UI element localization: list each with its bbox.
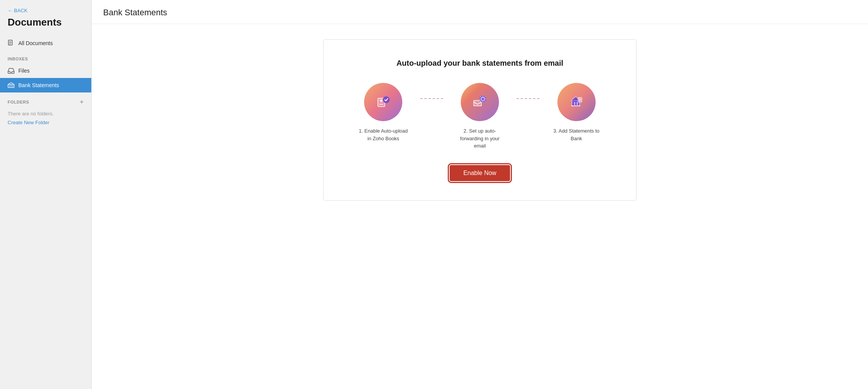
inbox-icon — [8, 67, 15, 74]
svg-rect-15 — [574, 102, 575, 105]
all-documents-label: All Documents — [18, 40, 53, 46]
promo-card: Auto-upload your bank statements from em… — [323, 39, 636, 201]
step-3-icon — [557, 83, 596, 121]
add-folder-button[interactable]: + — [79, 99, 84, 105]
folders-section-label: FOLDERS — [8, 100, 29, 104]
sidebar-item-files[interactable]: Files — [0, 63, 91, 78]
step-1-label: 1. Enable Auto-uploadin Zoho Books — [359, 127, 408, 142]
step-3: 3. Add Statements toBank — [539, 83, 613, 142]
step-2-icon — [461, 83, 499, 121]
connector-1 — [420, 83, 443, 122]
files-label: Files — [18, 68, 30, 74]
main-body: Auto-upload your bank statements from em… — [92, 24, 868, 389]
back-button[interactable]: ← BACK — [0, 0, 91, 16]
connector-2 — [517, 83, 539, 122]
svg-point-10 — [383, 96, 390, 103]
svg-rect-16 — [577, 102, 578, 105]
enable-now-button[interactable]: Enable Now — [450, 165, 510, 181]
svg-rect-18 — [578, 97, 582, 102]
no-folders-text: There are no folders. — [0, 108, 91, 118]
folders-header: FOLDERS + — [0, 92, 91, 108]
main-header: Bank Statements — [92, 0, 868, 24]
inboxes-section-label: INBOXES — [0, 50, 91, 63]
create-new-folder-link[interactable]: Create New Folder — [0, 118, 91, 128]
step-2: 2. Set up auto-forwarding in youremail — [443, 83, 517, 150]
sidebar-item-all-documents[interactable]: All Documents — [0, 36, 91, 50]
step-2-label: 2. Set up auto-forwarding in youremail — [460, 127, 499, 150]
step-3-label: 3. Add Statements toBank — [553, 127, 599, 142]
svg-rect-11 — [474, 100, 481, 106]
sidebar-item-bank-statements[interactable]: Bank Statements — [0, 78, 91, 92]
bank-icon — [8, 82, 15, 89]
document-icon — [8, 40, 15, 47]
step-1-icon — [364, 83, 402, 121]
promo-title: Auto-upload your bank statements from em… — [397, 59, 564, 68]
sidebar-title: Documents — [0, 16, 91, 36]
bank-statements-label: Bank Statements — [18, 82, 59, 88]
step-1: 1. Enable Auto-uploadin Zoho Books — [347, 83, 420, 142]
sidebar: ← BACK Documents All Documents INBOXES F… — [0, 0, 92, 389]
page-title: Bank Statements — [103, 8, 857, 18]
promo-steps: 1. Enable Auto-uploadin Zoho Books — [347, 83, 613, 150]
main-content: Bank Statements Auto-upload your bank st… — [92, 0, 868, 389]
